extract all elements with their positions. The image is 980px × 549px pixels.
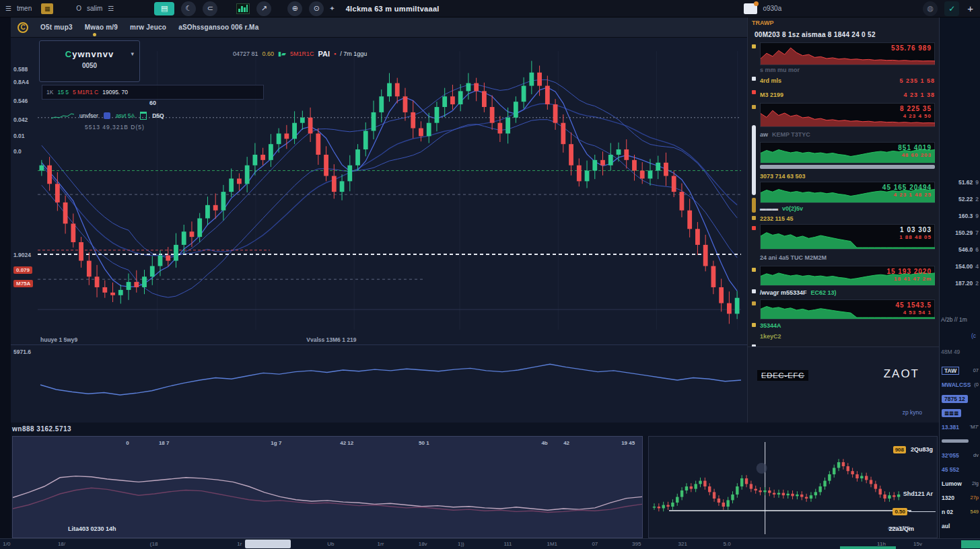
watchlist-chart-row[interactable]: 1 03 3031 88 48 05	[760, 224, 935, 250]
menu-icon[interactable]: ☰	[5, 5, 11, 12]
inline-scrollbar[interactable]	[760, 165, 935, 169]
quote-menu-item[interactable]: Lumow2lg	[940, 476, 980, 490]
watchlist-summary: 00M203 8 1sz aismaa 8 1844 24 0 52	[748, 28, 939, 42]
watchlist-chart-row[interactable]: 8 225 354 23 4 50	[760, 103, 935, 127]
time-axis-label: 07	[592, 541, 598, 547]
quote-menu-item[interactable]	[940, 434, 980, 448]
quote-menu-item[interactable]: aul	[940, 519, 980, 533]
time-axis-label: Ub	[327, 541, 334, 547]
watchlist-row[interactable]: 3073 714 63 503	[760, 172, 935, 180]
arrow-icon[interactable]: ↗	[256, 1, 271, 16]
watchlist-chart-row[interactable]: 45 1543.54 53 54 1	[760, 299, 935, 320]
watchlist-chart-row[interactable]: 535.76 989	[760, 42, 935, 65]
study-label-3: D5Q	[152, 112, 164, 119]
watchlist-row[interactable]: /wvagr m55334FEC62 13)	[760, 287, 935, 298]
blue-chip-icon[interactable]	[104, 112, 110, 119]
quote-link[interactable]: (c	[971, 332, 976, 339]
legend-token: ▪	[334, 50, 336, 57]
quote-menu-item[interactable]: 45 552	[940, 462, 980, 476]
crescent-icon[interactable]: ⊂	[203, 1, 217, 16]
green-chip-icon[interactable]	[140, 112, 147, 120]
row-marker-icon	[752, 289, 756, 293]
watchlist-chart-row[interactable]: 851 401948 60 203	[760, 142, 935, 163]
quote-menu-item[interactable]: TAW07	[940, 363, 980, 377]
row-marker-icon	[752, 268, 756, 272]
legend-token: PAI	[318, 50, 330, 58]
row-sparkline: 45 165 204944 23 1 48 25	[760, 182, 935, 203]
watchlist-row[interactable]: ▬▬▬v0(2)5v	[760, 205, 935, 213]
lower-study-panel[interactable]: 018 71g 742 1250 14b4219 45 Lita403 0230…	[12, 436, 643, 538]
quote-menu-item[interactable]: n 02549	[940, 505, 980, 519]
row-sparkline: 45 1543.54 53 54 1	[760, 299, 935, 320]
row-value: 5 235 1 58	[899, 77, 935, 84]
ticker-label[interactable]: salim	[87, 5, 102, 12]
quote-item-label: ≣≣≣	[942, 409, 961, 417]
watchlist-row[interactable]: M3 21994 23 1 38	[760, 88, 935, 102]
quote-menu-item[interactable]: 7875 12	[940, 392, 980, 406]
volume-line-chart[interactable]	[11, 345, 747, 423]
lower-study-axis-label: 18 7	[159, 440, 170, 446]
profile-icon[interactable]: ◍	[923, 1, 938, 16]
row-label: 1keyC2	[760, 333, 781, 340]
lower-study-axis-label: 50 1	[419, 440, 429, 446]
quote-menu-item[interactable]: ≣≣≣	[940, 406, 980, 420]
doc-chart-icon[interactable]	[744, 3, 757, 14]
study-label-1: unvfser	[79, 112, 98, 119]
menu-item-1[interactable]: Mwao m/9	[85, 24, 118, 31]
quote-menu-item[interactable]: 132027p	[940, 490, 980, 505]
notification-dot	[93, 33, 96, 36]
mini-chart-icon[interactable]	[236, 3, 250, 14]
row-marker-icon	[752, 301, 756, 305]
quote-menu-item[interactable]: 32'055dv	[940, 448, 980, 462]
quote-menu-item[interactable]: MWALCSS(0	[940, 377, 980, 392]
menu-item-2[interactable]: mrw Jeuco	[130, 24, 166, 31]
main-candle-chart[interactable]	[11, 38, 747, 334]
symbol-dropdown[interactable]: Cywnvnvv 0050 ▾	[39, 40, 140, 82]
chart-panel: C O5t mup3Mwao m/9mrw JeucoaSOhssgansoo …	[11, 17, 747, 423]
legend-token: / 7m 1ggu	[340, 50, 367, 57]
quote-menu-item[interactable]: 13.381'M7'	[940, 420, 980, 434]
quote-item-label: 1320	[942, 495, 954, 501]
watchlist-row[interactable]: s mm mu mor	[760, 67, 935, 73]
globe-icon[interactable]: ⊕	[287, 1, 302, 16]
pin-icon[interactable]: ✦	[329, 5, 335, 12]
watchlist-scrollbar[interactable]	[752, 125, 756, 195]
watchlist-row[interactable]: 1keyC2	[760, 332, 935, 341]
logo-icon[interactable]: ▦	[41, 3, 53, 14]
study-row[interactable]: unvfser asvt 5A D5Q	[51, 112, 164, 120]
add-tab-button[interactable]: +	[967, 3, 973, 14]
progress-bar	[942, 439, 969, 443]
quote-item-value: (0	[974, 381, 979, 388]
lower-study-axis-label: 0	[126, 440, 129, 446]
price-scale-label: 0.546	[13, 98, 28, 104]
chart-mode-button[interactable]: ▤	[154, 2, 174, 15]
indicator-legend[interactable]: 1K15 55 M1R1 C19095. 70	[42, 85, 264, 100]
watchlist-row[interactable]: 24 ani 4a5 TUC M2M2M	[760, 251, 935, 264]
quote-item-label: Lumow	[942, 480, 962, 487]
app-label: tmen	[17, 5, 32, 12]
quote-item-label: n 02	[942, 509, 953, 515]
window-title: 4lckma 63 m ummiltvaaal	[346, 5, 440, 13]
list-icon[interactable]: ☲	[108, 5, 114, 12]
menu-item-3[interactable]: aSOhssgansoo 006 r.Ma	[178, 24, 258, 31]
watchlist-row[interactable]: 4rd mls5 235 1 58	[760, 75, 935, 87]
horizontal-scrollbar-thumb[interactable]	[245, 540, 291, 548]
watchlist-chart-row[interactable]: 15 193 202018 41 47 2m	[760, 266, 935, 286]
menu-item-0[interactable]: O5t mup3	[40, 24, 73, 31]
globe2-icon[interactable]: ⊙	[309, 1, 324, 16]
check-icon[interactable]: ✓	[944, 1, 959, 16]
chevron-down-icon[interactable]: ▾	[131, 50, 134, 57]
news-link[interactable]: zp kyno	[903, 409, 922, 416]
watchlist-row[interactable]: awKEMP T3TYC	[760, 129, 935, 141]
row-sparkline: 1 03 3031 88 48 05	[760, 224, 935, 250]
corner-highlight	[961, 540, 980, 548]
watchlist-chart-row[interactable]: 45 165 204944 23 1 48 25	[760, 182, 935, 203]
watchlist-row[interactable]: 35344A	[760, 321, 935, 330]
mini-pair-panel[interactable]: 908 2Qu83g Shd121 Ar 0.50 asm2(C3 22a1/Q…	[648, 436, 938, 538]
watchlist-header[interactable]: TRAWP	[748, 17, 939, 28]
price-scale-badge: 0.079	[13, 266, 32, 274]
row-sparkline: 15 193 202018 41 47 2m	[760, 266, 935, 286]
moon-icon[interactable]: ☾	[181, 1, 196, 16]
row-label: 24 ani 4a5 TUC M2M2M	[760, 254, 827, 261]
watchlist-row[interactable]: 2232 115 45	[760, 214, 935, 223]
